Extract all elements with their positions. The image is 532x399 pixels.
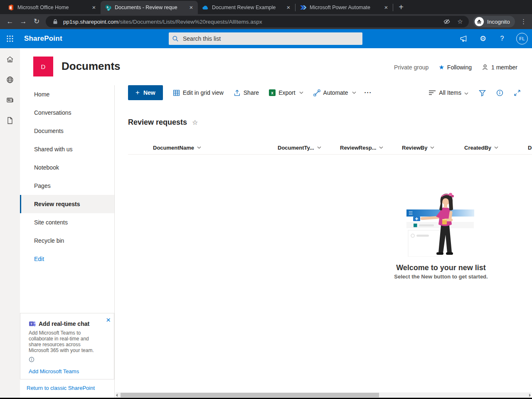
scroll-left-arrow-icon[interactable] <box>116 394 118 397</box>
svg-text:s: s <box>106 5 108 9</box>
following-button[interactable]: ★ Following <box>438 64 472 71</box>
site-logo[interactable]: D <box>33 57 53 76</box>
members-button[interactable]: 1 member <box>482 64 517 71</box>
chevron-down-icon <box>379 146 383 149</box>
globe-icon[interactable] <box>5 75 15 84</box>
column-header-documenttype[interactable]: DocumentTy... <box>278 145 340 151</box>
browser-menu-icon[interactable]: ⋮ <box>519 18 528 25</box>
sidebar-item-recycle-bin[interactable]: Recycle bin <box>20 232 114 250</box>
export-button[interactable]: x Export <box>269 89 303 96</box>
column-header-row: DocumentName DocumentTy... ReviewResp...… <box>115 141 532 154</box>
sidebar-item-notebook[interactable]: Notebook <box>20 158 114 177</box>
edit-grid-view-button[interactable]: Edit in grid view <box>173 89 224 96</box>
column-label: DocumentName <box>153 145 194 151</box>
automate-flow-icon <box>313 89 320 96</box>
help-icon[interactable]: ? <box>497 34 507 44</box>
reload-icon[interactable]: ↻ <box>31 16 42 27</box>
add-teams-link[interactable]: Add Microsoft Teams <box>29 368 114 374</box>
chevron-down-icon <box>299 91 303 94</box>
tab-close-icon[interactable]: × <box>91 4 97 11</box>
new-tab-button[interactable]: + <box>396 2 406 13</box>
eye-blocked-icon[interactable] <box>442 17 451 26</box>
megaphone-icon[interactable] <box>459 34 469 44</box>
column-header-truncated[interactable]: D <box>528 145 532 151</box>
horizontal-scrollbar[interactable] <box>116 392 531 398</box>
suite-bar: SharePoint ⚙ ? FL <box>0 29 532 48</box>
export-label: Export <box>278 89 295 96</box>
tab-title: Documents - Review reque <box>115 5 188 10</box>
filter-icon[interactable] <box>478 89 486 96</box>
browser-tab-office-home[interactable]: Microsoft Office Home × <box>3 1 101 14</box>
info-icon[interactable] <box>29 357 34 362</box>
automate-button[interactable]: Automate <box>313 89 356 96</box>
app-launcher-waffle-icon[interactable] <box>0 29 20 48</box>
browser-tab-document-review[interactable]: Document Review Example × <box>198 1 295 14</box>
sidebar-item-pages[interactable]: Pages <box>20 177 114 195</box>
share-label: Share <box>244 89 259 96</box>
bookmark-star-icon[interactable]: ☆ <box>456 17 465 26</box>
tab-close-icon[interactable]: × <box>188 4 195 11</box>
view-lines-icon <box>429 90 436 96</box>
forward-icon[interactable]: → <box>18 16 29 27</box>
favorite-star-icon[interactable]: ☆ <box>192 118 198 126</box>
sidebar-item-documents[interactable]: Documents <box>20 122 114 140</box>
office-favicon-icon <box>7 4 14 11</box>
empty-state: Welcome to your new list Select the New … <box>368 191 514 280</box>
list-title: Review requests <box>128 118 187 127</box>
browser-tab-active[interactable]: s Documents - Review reque × <box>101 1 198 14</box>
avatar[interactable]: FL <box>516 33 528 44</box>
share-button[interactable]: Share <box>234 89 259 96</box>
fullscreen-expand-icon[interactable] <box>513 89 521 96</box>
sharepoint-app-bar <box>0 48 20 398</box>
browser-tab-power-automate[interactable]: Microsoft Power Automate × <box>296 1 393 14</box>
back-icon[interactable]: ← <box>5 16 15 27</box>
column-header-reviewresponse[interactable]: ReviewResp... <box>340 145 402 151</box>
news-icon[interactable] <box>5 96 15 105</box>
chevron-down-icon <box>317 146 321 149</box>
command-bar: + New Edit in grid view Share x Export A… <box>115 85 532 100</box>
search-input[interactable] <box>182 35 359 42</box>
tab-close-icon[interactable]: × <box>383 4 389 11</box>
column-label: DocumentTy... <box>278 145 314 151</box>
sidebar-item-home[interactable]: Home <box>20 85 114 103</box>
column-header-reviewby[interactable]: ReviewBy <box>402 145 464 151</box>
search-box[interactable] <box>169 32 362 45</box>
view-selector[interactable]: All Items <box>429 89 468 96</box>
site-header: D Documents Private group ★ Following 1 … <box>20 48 532 85</box>
list-view-main: + New Edit in grid view Share x Export A… <box>115 85 532 398</box>
close-icon[interactable]: × <box>106 316 111 324</box>
sidebar-item-conversations[interactable]: Conversations <box>20 103 114 122</box>
more-commands-button[interactable]: ··· <box>365 91 372 95</box>
column-label: ReviewResp... <box>340 145 376 151</box>
teams-promo-body: Add Microsoft Teams to collaborate in re… <box>29 330 100 353</box>
view-label: All Items <box>439 89 461 96</box>
teams-promo-card: × T Add real-time chat Add Microsoft Tea… <box>20 313 114 379</box>
url-text: pp1sp.sharepoint.com/sites/Documents/Lis… <box>63 19 438 25</box>
empty-state-title: Welcome to your new list <box>368 264 514 272</box>
new-button[interactable]: + New <box>128 85 163 100</box>
tab-separator <box>393 4 393 11</box>
sidebar-item-shared-with-us[interactable]: Shared with us <box>20 140 114 158</box>
command-bar-right: All Items <box>429 89 521 96</box>
sidebar-item-review-requests[interactable]: Review requests <box>20 195 114 213</box>
file-icon[interactable] <box>5 116 15 125</box>
plus-icon: + <box>135 89 140 97</box>
tab-close-icon[interactable]: × <box>285 4 292 11</box>
column-header-createdby[interactable]: CreatedBy <box>464 145 528 151</box>
sidebar-item-edit[interactable]: Edit <box>20 250 114 268</box>
edit-grid-label: Edit in grid view <box>183 89 224 96</box>
info-icon[interactable] <box>496 89 503 96</box>
star-filled-icon: ★ <box>438 64 444 71</box>
sidebar-item-site-contents[interactable]: Site contents <box>20 213 114 232</box>
column-header-documentname[interactable]: DocumentName <box>153 145 278 151</box>
scroll-right-arrow-icon[interactable] <box>529 394 531 397</box>
url-path: /sites/Documents/Lists/Review%20requests… <box>118 19 262 25</box>
chevron-down-icon <box>197 146 201 149</box>
chevron-down-icon <box>464 89 468 96</box>
settings-gear-icon[interactable]: ⚙ <box>478 34 488 44</box>
sharepoint-brand[interactable]: SharePoint <box>24 34 62 43</box>
home-icon[interactable] <box>5 55 15 64</box>
return-classic-link[interactable]: Return to classic SharePoint <box>27 385 95 391</box>
address-bar[interactable]: pp1sp.sharepoint.com/sites/Documents/Lis… <box>46 16 469 27</box>
scrollbar-thumb[interactable] <box>121 393 379 397</box>
